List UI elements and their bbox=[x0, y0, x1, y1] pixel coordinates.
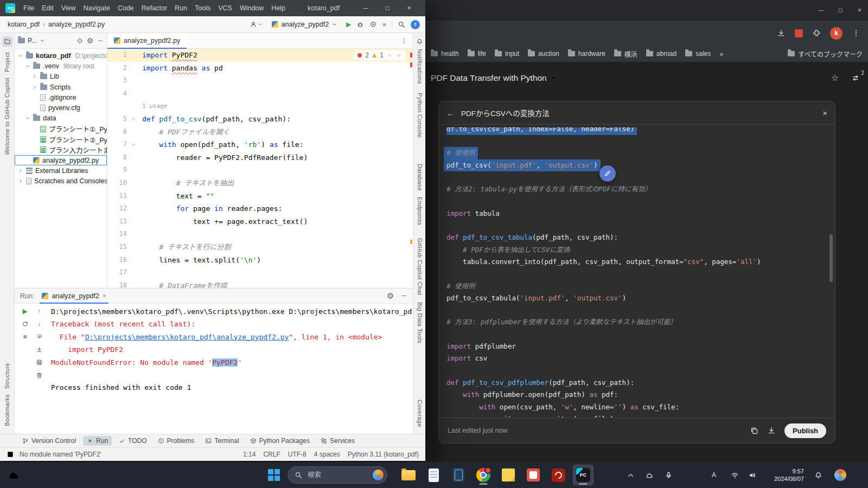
tool-button-todo[interactable]: TODO bbox=[115, 436, 150, 446]
onedrive-cloud-icon[interactable] bbox=[643, 462, 654, 488]
extension-icon[interactable] bbox=[795, 29, 803, 37]
search-everywhere-icon[interactable] bbox=[398, 21, 405, 28]
chevron-right-icon[interactable] bbox=[18, 178, 23, 184]
tree-item[interactable]: .venvlibrary root bbox=[15, 61, 107, 71]
tool-label-structure[interactable]: Structure bbox=[4, 363, 10, 389]
tool-button-run[interactable]: Run bbox=[83, 436, 112, 446]
bookmark-item[interactable]: input bbox=[495, 50, 519, 57]
status-item[interactable]: Python 3.11 (kotaro_pdf) bbox=[348, 451, 419, 458]
menu-item-view[interactable]: View bbox=[58, 0, 80, 16]
editor-content[interactable]: 1import PyPDF22import pandas as pd341 us… bbox=[107, 49, 413, 288]
run-button[interactable]: ▶ bbox=[346, 21, 351, 28]
print-icon[interactable] bbox=[36, 359, 43, 366]
update-project-button[interactable] bbox=[411, 20, 420, 29]
clear-console-icon[interactable] bbox=[36, 372, 43, 379]
tool-label-bookmarks[interactable]: Bookmarks bbox=[4, 394, 10, 426]
canvas-selection-action-button[interactable] bbox=[599, 165, 616, 182]
tree-item[interactable]: kotaro_pdfD:\projects\m bbox=[15, 50, 107, 61]
prev-issue-icon[interactable] bbox=[387, 53, 393, 59]
project-tool-button[interactable] bbox=[2, 36, 12, 47]
publish-button[interactable]: Publish bbox=[784, 423, 826, 438]
tree-item[interactable]: Scratches and Consoles bbox=[15, 176, 107, 187]
tool-label-project[interactable]: Project bbox=[4, 52, 10, 72]
canvas-code-editor[interactable]: df.to_csv(csv_path, index=False, header=… bbox=[439, 125, 835, 418]
breadcrumb-item[interactable]: kotaro_pdf bbox=[8, 21, 40, 28]
menu-item-edit[interactable]: Edit bbox=[38, 0, 58, 16]
console-file-link[interactable]: D:\projects\members\kotaro_pdf\analyze_p… bbox=[85, 333, 289, 341]
chevron-down-icon[interactable] bbox=[25, 115, 30, 121]
status-item[interactable]: UTF-8 bbox=[288, 451, 307, 458]
ime-indicator[interactable]: A bbox=[709, 462, 719, 488]
widgets-weather-icon[interactable] bbox=[7, 468, 20, 481]
tree-item[interactable]: プランシート②_Pyth... bbox=[15, 134, 107, 144]
tree-item[interactable]: analyze_pypdf2.py bbox=[15, 155, 107, 165]
tree-item[interactable]: pyvenv.cfg bbox=[15, 102, 107, 113]
coverage-icon[interactable] bbox=[369, 21, 377, 28]
model-settings-button[interactable]: 2 bbox=[852, 74, 859, 82]
taskbar-app-acrobat[interactable] bbox=[548, 465, 569, 485]
soft-wrap-icon[interactable] bbox=[36, 333, 43, 340]
taskbar-app-explorer[interactable] bbox=[398, 465, 419, 485]
download-tray-icon[interactable] bbox=[777, 29, 786, 37]
stop-button[interactable]: ■ bbox=[23, 333, 27, 340]
menu-item-file[interactable]: File bbox=[20, 0, 38, 16]
scroll-to-end-icon[interactable] bbox=[36, 346, 43, 353]
rerun-button[interactable]: ▶ bbox=[22, 308, 27, 314]
stop-button[interactable]: ■ bbox=[382, 22, 386, 28]
menu-kebab-icon[interactable] bbox=[852, 29, 860, 37]
down-stack-trace-icon[interactable]: ↓ bbox=[37, 320, 41, 327]
tree-item[interactable]: プラン入力シートまと... bbox=[15, 145, 107, 155]
bookmark-item[interactable]: abroad bbox=[646, 50, 676, 57]
taskbar-app-chrome[interactable] bbox=[473, 465, 494, 485]
chevron-right-icon[interactable] bbox=[18, 168, 23, 174]
microphone-icon[interactable] bbox=[663, 462, 674, 488]
conversation-title[interactable]: PDF Data Transfer with Python bbox=[431, 73, 547, 83]
tray-chevron-up-icon[interactable] bbox=[625, 462, 636, 488]
project-panel-title[interactable]: P... bbox=[28, 37, 37, 44]
bookmark-item[interactable]: hardware bbox=[568, 50, 605, 57]
search-input[interactable] bbox=[307, 471, 363, 479]
profile-avatar[interactable]: k bbox=[830, 27, 843, 40]
menu-item-help[interactable]: Help bbox=[267, 0, 289, 16]
status-item[interactable]: 1:14 bbox=[243, 451, 256, 458]
browser-minimize-button[interactable]: ─ bbox=[819, 7, 824, 14]
tree-item[interactable]: data bbox=[15, 113, 107, 124]
canvas-scrollbar[interactable] bbox=[829, 234, 833, 282]
tool-label-coverage[interactable]: Coverage bbox=[417, 400, 423, 427]
gear-icon[interactable] bbox=[87, 37, 93, 44]
tool-label-database[interactable]: Database bbox=[417, 164, 423, 191]
tool-label-big-data-tools[interactable]: Big Data Tools bbox=[417, 302, 423, 343]
tool-label-notifications[interactable]: Notifications bbox=[417, 49, 423, 84]
taskbar-clock[interactable]: 9:57 2024/08/07 bbox=[762, 462, 804, 488]
tool-button-problems[interactable]: Problems bbox=[154, 436, 199, 446]
editor-options-kebab-icon[interactable] bbox=[400, 37, 407, 44]
menu-item-tools[interactable]: Tools bbox=[191, 0, 214, 16]
taskbar-search[interactable] bbox=[288, 466, 387, 484]
menu-item-navigate[interactable]: Navigate bbox=[80, 0, 114, 16]
debug-bug-icon[interactable] bbox=[356, 21, 364, 28]
close-icon[interactable]: × bbox=[103, 292, 106, 300]
status-message[interactable]: No module named 'PyPDF2' bbox=[20, 451, 101, 458]
download-icon[interactable] bbox=[767, 426, 776, 435]
bookmark-item[interactable]: health bbox=[431, 50, 459, 57]
breadcrumb-item[interactable]: analyze_pypdf2.py bbox=[48, 21, 105, 28]
restart-icon[interactable] bbox=[22, 320, 29, 328]
notifications-bell-icon[interactable] bbox=[813, 462, 824, 488]
copilot-icon[interactable] bbox=[834, 469, 846, 481]
status-item[interactable]: 4 spaces bbox=[314, 451, 340, 458]
inspections-widget[interactable]: 21 bbox=[354, 50, 405, 60]
tool-button-python-packages[interactable]: Python Packages bbox=[246, 436, 314, 446]
wifi-icon[interactable] bbox=[729, 462, 740, 488]
fold-chevron-icon[interactable] bbox=[130, 138, 138, 151]
hide-panel-icon[interactable] bbox=[97, 37, 104, 44]
chevron-right-icon[interactable] bbox=[32, 74, 37, 79]
bookmark-item[interactable]: 横浜 bbox=[614, 49, 637, 59]
editor-tab[interactable]: analyze_pypdf2.py bbox=[107, 33, 187, 48]
tool-label-endpoints[interactable]: Endpoints bbox=[417, 197, 423, 226]
chevron-down-icon[interactable] bbox=[25, 63, 30, 69]
tree-item[interactable]: プランシート①_Pyth... bbox=[15, 124, 107, 134]
tool-label-github-copilot-chat[interactable]: GitHub Copilot Chat bbox=[417, 238, 423, 295]
tree-item[interactable]: Scripts bbox=[15, 82, 107, 92]
bookmark-item[interactable]: sales bbox=[685, 50, 711, 57]
tool-label-welcome-to-github-copilot[interactable]: Welcome to GitHub Copilot bbox=[4, 78, 10, 155]
